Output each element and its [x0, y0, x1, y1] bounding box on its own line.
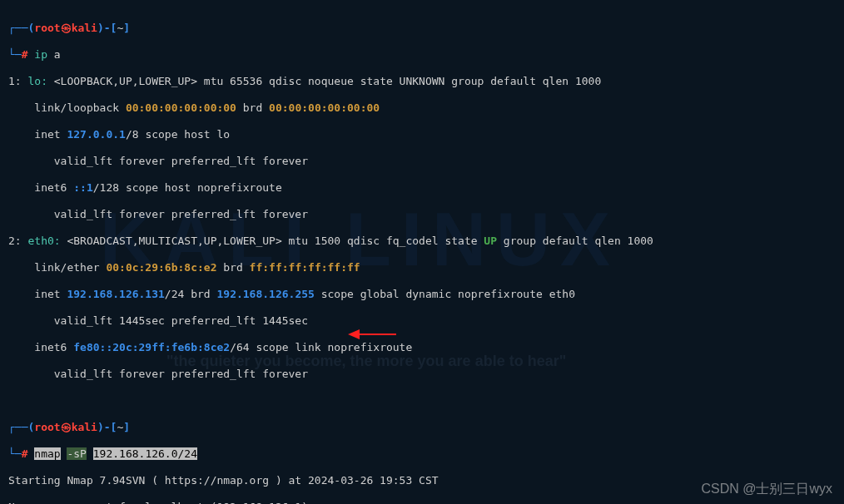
ip-output-line: inet 127.0.0.1/8 scope host lo [8, 128, 836, 141]
command-nmap: nmap [34, 447, 60, 460]
ip-output-line: valid_lft 1445sec preferred_lft 1445sec [8, 314, 836, 328]
ip-output-line: 1: lo: <LOOPBACK,UP,LOWER_UP> mtu 65536 … [8, 75, 836, 88]
prompt-line-2: ┌──(root㉿kali)-[~] [8, 421, 836, 434]
ip-output-line: inet 192.168.126.131/24 brd 192.168.126.… [8, 288, 836, 301]
ip-output-line: 2: eth0: <BROADCAST,MULTICAST,UP,LOWER_U… [8, 235, 836, 248]
command-line-2: └─# nmap -sP 192.168.126.0/24 [8, 447, 836, 461]
ip-output-line: inet6 fe80::20c:29ff:fe6b:8ce2/64 scope … [8, 341, 836, 354]
ip-output-line: valid_lft forever preferred_lft forever [8, 368, 836, 381]
ip-output-line: inet6 ::1/128 scope host noprefixroute [8, 181, 836, 195]
command-ip: ip [34, 48, 47, 61]
nmap-option: -sP [67, 447, 86, 460]
nmap-target: 192.168.126.0/24 [93, 447, 197, 460]
blank-line [8, 394, 836, 408]
ip-output-line: link/loopback 00:00:00:00:00:00 brd 00:0… [8, 101, 836, 115]
ip-output-line: valid_lft forever preferred_lft forever [8, 208, 836, 221]
nmap-output-line: Nmap scan report for localhost (192.168.… [8, 501, 836, 504]
command-line-1: └─# ip a [8, 48, 836, 62]
terminal-output[interactable]: ┌──(root㉿kali)-[~] └─# ip a 1: lo: <LOOP… [8, 8, 836, 504]
prompt-line-1: ┌──(root㉿kali)-[~] [8, 22, 836, 35]
ip-output-line: link/ether 00:0c:29:6b:8c:e2 brd ff:ff:f… [8, 261, 836, 274]
nmap-output-line: Starting Nmap 7.94SVN ( https://nmap.org… [8, 474, 836, 487]
ip-output-line: valid_lft forever preferred_lft forever [8, 155, 836, 168]
